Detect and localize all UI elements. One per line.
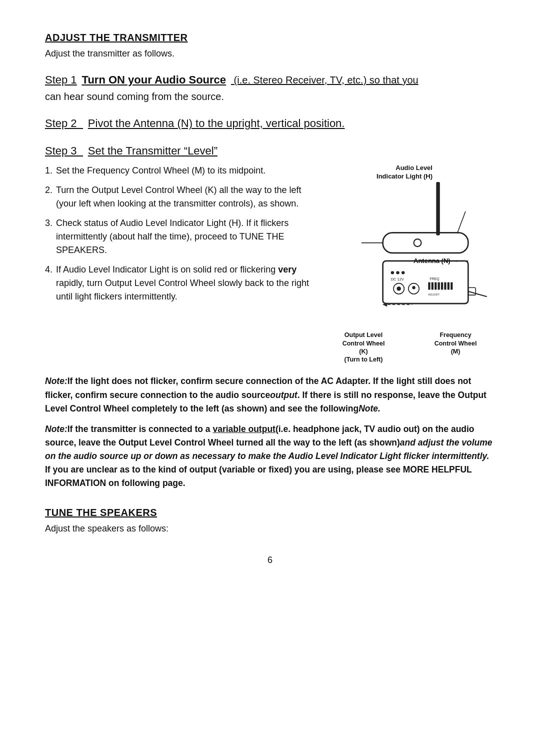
note2-variable-output: variable output [212,424,275,434]
svg-text:DC 12V: DC 12V [391,277,404,282]
left-column: Set the Frequency Control Wheel (M) to i… [45,164,314,364]
bottom-labels-row: Output LevelControl Wheel (K)(Turn to Le… [334,331,484,364]
tune-speakers-subtitle: Adjust the speakers as follows: [45,522,495,536]
list-item-2: Turn the Output Level Control Wheel (K) … [45,184,314,210]
step2-num: Step 2 [45,115,83,132]
svg-point-6 [391,271,394,274]
frequency-label: FrequencyControl Wheel (M) [430,331,480,364]
svg-rect-0 [436,182,440,236]
svg-line-4 [458,211,466,232]
antenna-label: Antenna (N) → [414,256,458,301]
svg-line-26 [468,291,486,296]
list-item-4: If Audio Level Indicator Light is on sol… [45,263,314,304]
section-subtitle: Adjust the transmitter as follows. [45,47,495,60]
note1-label: Note: [45,376,68,386]
right-column: Audio LevelIndicator Light (H) [324,164,495,364]
note1-end: Note. [358,404,380,414]
step3-num: Step 3 [45,142,83,159]
svg-point-2 [414,239,422,246]
svg-rect-1 [383,232,468,253]
note-block-1: Note:If the light does not flicker, conf… [45,374,495,490]
step1-num: Step 1 [45,72,77,88]
step3-title: Set the Transmitter “Level” [88,142,218,159]
note2-label: Note: [45,424,68,434]
svg-point-7 [396,271,399,274]
step1-continuation: can hear sound coming from the source. [45,89,495,104]
note-1-paragraph: Note:If the light does not flicker, conf… [45,374,495,415]
svg-point-8 [402,271,404,274]
adjust-transmitter-section: Adjust the Transmitter Adjust the transm… [45,30,495,536]
note1-italic-output: output [270,390,297,400]
step1-extra: (i.e. Stereo Receiver, TV, etc.) so that… [231,72,418,88]
section-title: Adjust the Transmitter [45,30,495,45]
step1-title: Turn ON your Audio Source [82,72,226,88]
page-number: 6 [45,554,495,567]
audio-level-label: Audio LevelIndicator Light (H) [376,164,432,181]
note2-end: on following page. [108,478,186,488]
step3-list: Set the Frequency Control Wheel (M) to i… [45,164,314,304]
tune-speakers-section: Tune the Speakers Adjust the speakers as… [45,505,495,536]
step3-heading: Step 3 Set the Transmitter “Level” [45,142,495,159]
step1-heading: Step 1 Turn ON your Audio Source (i.e. S… [45,72,495,88]
step2-heading: Step 2 Pivot the Antenna (N) to the upri… [45,115,495,132]
list-item-3: Check status of Audio Level Indicator Li… [45,216,314,257]
list-item-1: Set the Frequency Control Wheel (M) to i… [45,164,314,178]
transmitter-diagram: DC 12V FREQ [330,182,490,332]
tune-speakers-title: Tune the Speakers [45,505,495,520]
main-content-area: Set the Frequency Control Wheel (M) to i… [45,164,495,364]
step2-title: Pivot the Antenna (N) to the upright, ve… [88,115,345,132]
svg-point-11 [396,286,401,291]
page-content: Adjust the Transmitter Adjust the transm… [45,30,495,567]
note2-text1: If the transmitter is connected to a [68,424,213,434]
output-level-label: Output LevelControl Wheel (K)(Turn to Le… [338,331,388,364]
note-2-paragraph: Note:If the transmitter is connected to … [45,422,495,490]
